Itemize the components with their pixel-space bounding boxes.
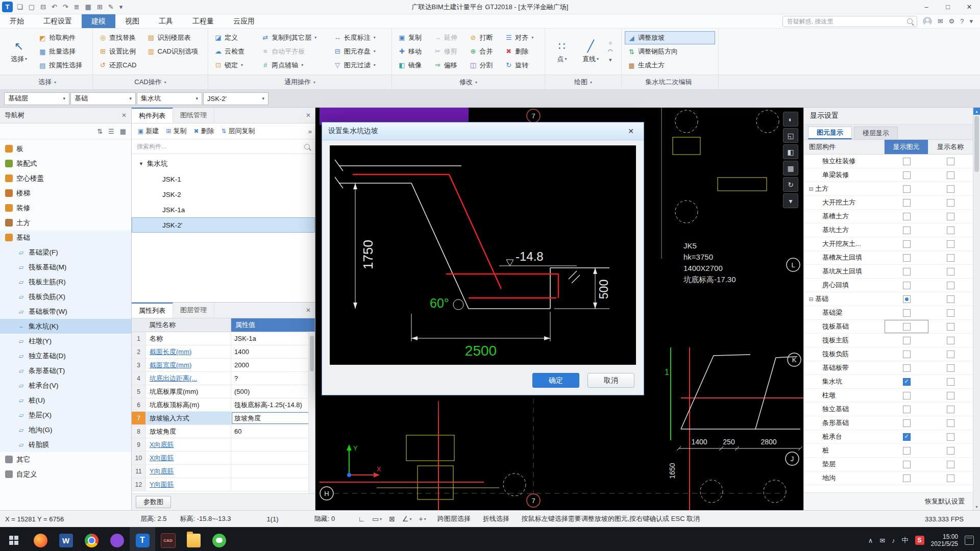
context-dropdown[interactable]: JSK-2' ▾	[203, 92, 268, 105]
show-element-checkbox[interactable]	[903, 227, 911, 234]
ribbon-button[interactable]: ◫ 分割	[466, 59, 501, 72]
scroll-down-icon[interactable]: ▼	[973, 503, 980, 510]
property-value[interactable]	[231, 465, 315, 478]
show-name-checkbox[interactable]	[947, 350, 954, 358]
component-search-input[interactable]	[136, 142, 304, 151]
ribbon-button[interactable]: ◎ 查找替换	[96, 31, 143, 44]
tray-volume-icon[interactable]: ♪	[892, 537, 895, 544]
media-app-icon[interactable]	[104, 527, 130, 551]
show-element-checkbox[interactable]	[903, 295, 911, 303]
ribbon-button[interactable]: ▽ 图元过滤	[331, 59, 388, 72]
show-name-checkbox[interactable]	[947, 447, 954, 455]
save-icon[interactable]: ⊟	[40, 3, 46, 11]
display-row[interactable]: 基槽灰土回填	[804, 251, 973, 265]
box-select-icon[interactable]: ▭	[372, 515, 382, 523]
taskbar-clock[interactable]: 15:00 2021/5/25	[931, 533, 958, 547]
scroll-up-icon[interactable]: ▲	[973, 108, 980, 115]
show-element-checkbox[interactable]	[903, 213, 911, 220]
orbit-view-icon[interactable]: ◐	[783, 112, 798, 127]
nav-item[interactable]: 自定义	[0, 467, 131, 482]
expand-icon[interactable]: ⊟	[807, 296, 815, 303]
display-row[interactable]: 垫层	[804, 458, 973, 471]
properties-panel-tab[interactable]: 图层管理	[173, 303, 214, 318]
component-tree-item[interactable]: JSK-2	[132, 187, 315, 202]
notification-center-icon[interactable]	[965, 536, 974, 545]
ribbon-button[interactable]: → 延伸	[431, 31, 465, 44]
nav-item[interactable]: ▱ 柱墩(Y)	[0, 334, 131, 348]
display-row[interactable]: 桩承台	[804, 430, 973, 444]
tray-message-icon[interactable]: ✉	[879, 537, 885, 544]
property-row[interactable]: 1 名称 JSK-1a	[132, 332, 315, 345]
nav-item[interactable]: ▱ 基础梁(F)	[0, 245, 131, 260]
nav-item[interactable]: ▱ 筏板基础(M)	[0, 260, 131, 274]
property-row[interactable]: 9 X向底筋	[132, 438, 315, 452]
cancel-button[interactable]: 取消	[587, 373, 634, 388]
chrome-icon[interactable]	[79, 527, 104, 551]
show-name-checkbox[interactable]	[947, 227, 954, 234]
new-component-button[interactable]: ▣ 新建	[135, 125, 162, 137]
show-element-checkbox[interactable]	[903, 158, 911, 165]
show-name-checkbox[interactable]	[947, 158, 954, 165]
quick-access-more-icon[interactable]: ▾	[119, 3, 123, 11]
property-row[interactable]: 5 坑底板厚度(mm) (500)	[132, 385, 315, 398]
ribbon-button[interactable]: ✖ 删除	[502, 45, 542, 58]
ribbon-button[interactable]: ▦ 生成土方	[625, 59, 715, 72]
ribbon-group-label[interactable]: 修改	[392, 75, 545, 89]
ribbon-button[interactable]: ▤ 识别楼层表	[144, 31, 205, 44]
copy-between-floors-button[interactable]: ⇅ 层间复制	[218, 125, 258, 137]
ribbon-button[interactable]: ◪ 定义	[211, 31, 257, 44]
show-element-checkbox[interactable]	[903, 171, 911, 179]
display-row[interactable]: 基础板带	[804, 361, 973, 375]
close-icon[interactable]: ✕	[306, 112, 311, 119]
display-row[interactable]: ⊟ 基础	[804, 292, 973, 306]
nav-item[interactable]: ▱ 独立基础(D)	[0, 348, 131, 363]
show-name-checkbox[interactable]	[947, 364, 954, 372]
show-element-checkbox[interactable]	[903, 309, 911, 317]
dialog-close-icon[interactable]: ✕	[624, 127, 638, 135]
show-name-checkbox[interactable]	[947, 419, 954, 427]
property-row[interactable]: 4 坑底出边距离(... ?	[132, 372, 315, 385]
show-name-checkbox[interactable]	[947, 337, 954, 344]
properties-panel-tab[interactable]: 属性列表	[132, 303, 173, 318]
property-value[interactable]: 放坡角度	[231, 412, 315, 424]
context-dropdown[interactable]: 基础层 ▾	[4, 92, 69, 105]
show-name-checkbox[interactable]	[947, 406, 954, 413]
ribbon-group-label[interactable]: 绘图	[545, 75, 622, 89]
display-row[interactable]: 大开挖土方	[804, 196, 973, 210]
display-row[interactable]: 筏板主筋	[804, 334, 973, 347]
module-view-icon[interactable]: ▦	[120, 128, 126, 135]
annotate-icon[interactable]: ✎	[108, 3, 114, 11]
property-value[interactable]: 60	[231, 425, 315, 438]
menu-tab[interactable]: 视图	[115, 14, 149, 28]
menu-tab[interactable]: 开始	[0, 14, 34, 28]
view-more-icon[interactable]: ▾	[783, 193, 798, 208]
ribbon-group-label[interactable]: 选择	[2, 75, 93, 89]
show-name-checkbox[interactable]	[947, 268, 954, 276]
show-element-checkbox[interactable]	[903, 433, 911, 441]
angle-snap-icon[interactable]: ∠	[402, 515, 412, 523]
redo-icon[interactable]: ↷	[63, 3, 68, 11]
property-row[interactable]: 2 截面长度(mm) 1400	[132, 345, 315, 359]
component-tree-item[interactable]: ▼ 集水坑	[132, 156, 315, 171]
close-icon[interactable]: ✕	[121, 112, 127, 119]
show-element-checkbox[interactable]	[903, 474, 911, 482]
ribbon-button[interactable]: ✚ 移动	[395, 45, 430, 58]
ribbon-button[interactable]: ⊡ 锁定	[211, 59, 257, 72]
show-name-checkbox[interactable]	[947, 282, 954, 289]
refresh-view-icon[interactable]: ↻	[783, 177, 798, 192]
ribbon-button[interactable]: ✂ 修剪	[431, 45, 465, 58]
property-row[interactable]: 11 Y向底筋	[132, 465, 315, 478]
show-name-checkbox[interactable]	[947, 254, 954, 262]
display-row[interactable]: 独立柱装修	[804, 155, 973, 168]
expand-collapse-icon[interactable]: ⇅	[97, 128, 103, 135]
show-element-checkbox[interactable]	[903, 378, 911, 386]
nav-item[interactable]: ▱ 砖胎膜	[0, 437, 131, 452]
display-row[interactable]: 基础梁	[804, 306, 973, 320]
column-header-show-element[interactable]: 显示图元	[885, 140, 928, 154]
grid-view-icon[interactable]: ▦	[783, 161, 798, 176]
display-row[interactable]: 基坑土方	[804, 223, 973, 237]
show-name-checkbox[interactable]	[947, 433, 954, 441]
delete-component-button[interactable]: ✖ 删除	[190, 125, 217, 137]
word-icon[interactable]: W	[53, 527, 79, 551]
ribbon-group-label[interactable]: 集水坑二次编辑	[622, 75, 719, 89]
